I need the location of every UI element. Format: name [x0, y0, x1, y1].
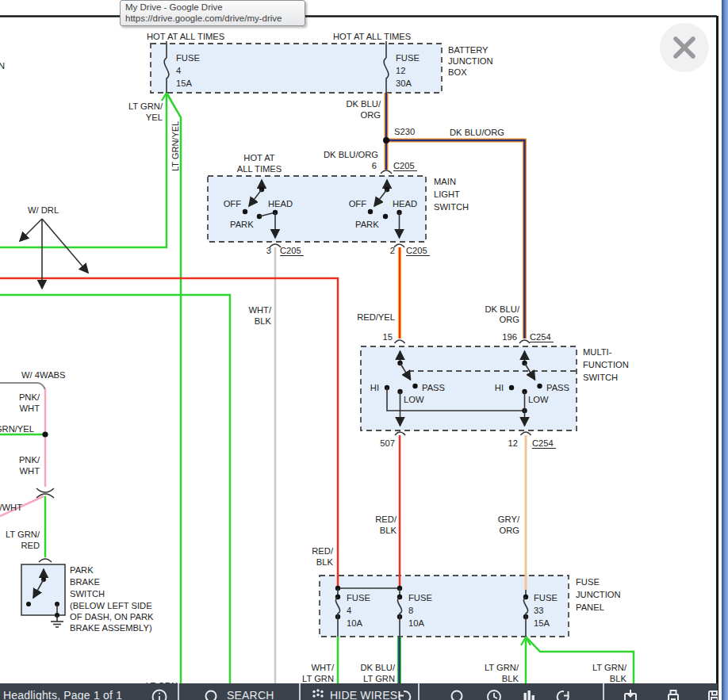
label-pfuse33: FUSE	[534, 593, 557, 602]
label-wht-cut: /WHT	[0, 503, 22, 512]
label-cut-n: N	[0, 61, 5, 71]
wire-lt-grn-yel-left	[0, 93, 167, 247]
label-fuse4: FUSE	[176, 53, 200, 63]
close-icon	[660, 23, 709, 72]
label-wht-blk-1: WHT/	[248, 305, 271, 315]
hide-wires-button[interactable]: HIDE WIRES	[330, 689, 397, 700]
label-dk-blu-lt-grn-2: LT GRN	[363, 674, 395, 683]
label-dk-blu-org-c: DK BLU/ORG	[450, 128, 504, 137]
label-dk-blu-org-a1: DK BLU/	[346, 99, 381, 109]
label-dk-blu-org-b: DK BLU/ORG	[324, 150, 378, 159]
label-hot-at-1: HOT AT	[243, 153, 275, 163]
inline-connector-upper	[36, 488, 54, 492]
connector-c254-12	[521, 432, 531, 435]
search-icon[interactable]	[203, 688, 220, 700]
wire-wht-4wabs-stub	[0, 383, 45, 389]
label-lt-grn-blk-b2: BLK	[610, 674, 627, 683]
ground-symbol	[51, 615, 63, 627]
label-c205-2: C205	[406, 246, 427, 255]
connector-15	[395, 340, 405, 343]
viewer-toolbar: Headlights, Page 1 of 1 SEARCH HIDE WIRE…	[0, 683, 718, 700]
adjust-bars-icon[interactable]	[520, 688, 538, 700]
label-park-left: PARK	[230, 220, 254, 229]
toolbar-divider	[299, 683, 301, 700]
label-dk-blu-org-a2: ORG	[361, 110, 381, 120]
label-park-brake-3: SWITCH	[70, 589, 105, 599]
share-icon[interactable]	[555, 688, 573, 700]
window-edge-strip[interactable]	[722, 0, 728, 700]
label-pass-left: PASS	[422, 383, 445, 392]
drive-preview-window: N HOT AT ALL TIMES HOT AT ALL TIMES FUSE…	[0, 0, 728, 700]
toolbar-divider	[418, 683, 420, 700]
label-gry-org-1: GRY/	[498, 514, 520, 524]
window-frame-right	[716, 16, 718, 700]
label-lt-grn-yel-vertical: LT GRN/YEL	[171, 121, 180, 171]
label-c254-12: C254	[532, 438, 554, 448]
label-battery-1: BATTERY	[448, 45, 489, 55]
label-pnk-wht-a2: WHT	[20, 404, 40, 413]
label-lt-grn-red-1: LT GRN/	[6, 530, 40, 539]
label-fjp-1: FUSE	[576, 577, 600, 587]
label-dk-blu-lt-grn-1: DK BLU/	[360, 663, 395, 672]
label-gry-org-2: ORG	[500, 526, 519, 535]
label-red-blk-a2: BLK	[316, 557, 334, 567]
label-park-brake-4: (BELOW LEFT SIDE	[70, 601, 152, 610]
label-lt-grn-yel-2: YEL	[146, 113, 163, 122]
label-wht-lt-grn-1: WHT/	[311, 663, 334, 672]
search-button[interactable]: SEARCH	[227, 689, 274, 700]
label-c205-3: C205	[280, 246, 301, 255]
label-mls-2: LIGHT	[434, 189, 460, 199]
label-c254-196: C254	[530, 332, 551, 342]
label-pfuse8: FUSE	[408, 593, 432, 602]
label-fuse4-amp: 15A	[176, 78, 192, 88]
label-w-drl: W/ DRL	[28, 205, 59, 215]
label-park-brake-5: OF DASH, ON PARK	[70, 612, 154, 622]
label-lt-grn-blk-a1: LT GRN/	[485, 663, 519, 672]
wires-dots-icon[interactable]	[309, 688, 327, 700]
connector-park-brake	[39, 559, 52, 562]
history-clock-icon[interactable]	[485, 688, 503, 700]
info-icon[interactable]	[151, 688, 168, 700]
label-pin-507: 507	[380, 438, 395, 448]
label-pfuse4: FUSE	[347, 593, 370, 602]
label-pin-12: 12	[508, 438, 518, 448]
label-dk-blu-org-d1: DK BLU/	[485, 304, 519, 314]
connector-507	[395, 432, 405, 435]
label-hi-right: HI	[495, 383, 504, 392]
label-pfuse8-num: 8	[408, 606, 413, 615]
wiring-diagram: N HOT AT ALL TIMES HOT AT ALL TIMES FUSE…	[0, 0, 728, 700]
toolbar-divider	[178, 683, 179, 700]
label-off-right: OFF	[349, 199, 367, 208]
label-pnk-wht-b1: PNK/	[19, 455, 40, 465]
label-pin-6: 6	[372, 161, 377, 170]
print-icon[interactable]	[665, 688, 682, 700]
label-c205-top: C205	[393, 161, 415, 170]
label-hot-at-2: ALL TIMES	[237, 164, 282, 174]
label-mfs-3: SWITCH	[583, 373, 618, 382]
label-mls-1: MAIN	[434, 177, 456, 186]
label-red-yel: RED/YEL	[357, 312, 395, 322]
label-wht-blk-2: BLK	[255, 316, 272, 326]
label-s230: S230	[394, 127, 415, 136]
zoom-icon[interactable]	[449, 688, 466, 700]
label-hi-left: HI	[370, 383, 379, 392]
label-head-left: HEAD	[268, 199, 293, 208]
label-lt-grn-blk-a2: BLK	[502, 674, 519, 683]
undo-icon[interactable]	[395, 688, 412, 700]
label-pnk-wht-b2: WHT	[20, 466, 40, 476]
label-battery-2: JUNCTION	[448, 56, 493, 66]
label-lt-grn-red-2: RED	[21, 541, 40, 550]
label-lt-grn-yel-1: LT GRN/	[128, 101, 163, 111]
label-pfuse4-amp: 10A	[347, 618, 362, 628]
close-button[interactable]	[660, 23, 709, 72]
label-hot-right: HOT AT ALL TIMES	[333, 32, 411, 41]
link-tooltip: My Drive - Google Drive https://drive.go…	[120, 0, 305, 26]
download-icon[interactable]	[622, 688, 639, 700]
label-hot-left: HOT AT ALL TIMES	[147, 32, 224, 41]
label-pnk-wht-a1: PNK/	[19, 392, 40, 402]
label-pin-2: 2	[390, 246, 395, 255]
label-pfuse33-amp: 15A	[534, 618, 550, 628]
save-icon[interactable]	[706, 688, 718, 700]
label-dk-blu-org-d2: ORG	[500, 315, 519, 324]
label-red-blk-b1: RED/	[375, 514, 397, 524]
